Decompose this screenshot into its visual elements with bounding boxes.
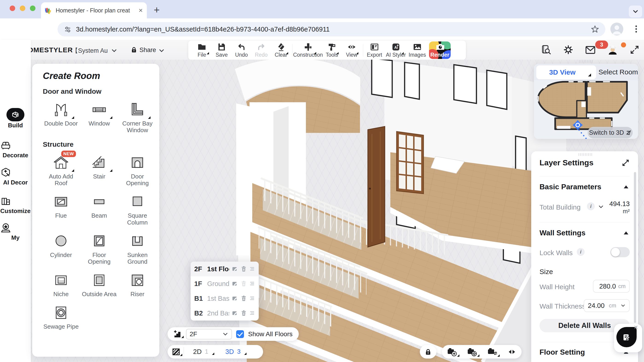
pattern-button[interactable]: [172, 348, 180, 356]
catalog-item-stair[interactable]: Stair: [81, 153, 118, 187]
edit-icon[interactable]: [232, 266, 238, 272]
sidebar-item-my[interactable]: My: [0, 222, 31, 241]
chevron-down-icon[interactable]: [598, 204, 604, 210]
project-name-dropdown[interactable]: 【System Aut...: [72, 47, 108, 55]
flip-view-icon[interactable]: [507, 347, 516, 356]
drag-handle-icon[interactable]: [250, 281, 255, 286]
edit-icon[interactable]: [232, 310, 238, 316]
save-button[interactable]: Save: [212, 43, 232, 58]
feedback-chat-button[interactable]: [616, 327, 637, 347]
ai-styler-button[interactable]: Ai AI Styler: [384, 43, 408, 58]
basic-parameters-header[interactable]: Basic Parameters: [540, 183, 602, 191]
close-feedback-icon[interactable]: ×: [634, 323, 638, 331]
delete-icon[interactable]: [241, 310, 247, 316]
catalog-item-auto-add-roof[interactable]: NEW Auto Add Roof: [43, 153, 79, 187]
camera-settings-button[interactable]: [467, 347, 477, 357]
catalog-item-door-opening[interactable]: Door Opening: [119, 153, 156, 187]
catalog-item-sewage-pipe[interactable]: Sewage Pipe: [43, 303, 79, 330]
delete-icon[interactable]: [241, 266, 247, 272]
edit-icon[interactable]: [232, 295, 238, 301]
collapse-icon[interactable]: [624, 231, 628, 234]
add-camera-button[interactable]: [447, 347, 457, 357]
show-all-floors-checkbox[interactable]: [236, 330, 244, 338]
lock-walls-toggle[interactable]: [610, 247, 630, 257]
sidebar-item-ai-decor[interactable]: AI Decor: [0, 167, 31, 186]
share-button[interactable]: Share: [140, 47, 156, 54]
switch-to-3d-button[interactable]: Switch to 3D: [588, 127, 633, 138]
collapse-icon[interactable]: [624, 185, 628, 188]
wall-height-input[interactable]: 280.0 cm: [593, 280, 630, 293]
expand-panel-icon[interactable]: [622, 159, 629, 167]
chevron-down-icon[interactable]: [158, 48, 165, 54]
render-button[interactable]: Render: [429, 42, 451, 59]
export-button[interactable]: Export: [364, 43, 384, 58]
floor-select[interactable]: 2F: [186, 329, 232, 339]
catalog-item-riser[interactable]: Riser: [119, 271, 156, 297]
construction-button[interactable]: Construction: [294, 43, 322, 58]
view-button[interactable]: View: [342, 43, 362, 58]
catalog-item-double-door[interactable]: Double Door: [43, 100, 79, 134]
panel-drag-handle[interactable]: [579, 153, 592, 156]
delete-icon[interactable]: [241, 295, 247, 301]
camera-lock-button[interactable]: [420, 345, 436, 358]
mac-zoom-button[interactable]: [30, 6, 36, 11]
tab-search-button[interactable]: [629, 6, 642, 18]
catalog-item-beam[interactable]: Beam: [81, 192, 118, 226]
undo-button[interactable]: Undo: [232, 43, 251, 58]
tab-3d-view[interactable]: 3D View: [536, 65, 596, 79]
floor-row-1f[interactable]: 1F Ground ...: [190, 276, 259, 291]
fullscreen-icon[interactable]: [629, 45, 640, 55]
drag-handle-icon[interactable]: [250, 310, 255, 316]
bookmark-star-icon[interactable]: [590, 25, 599, 34]
site-settings-icon[interactable]: [64, 25, 72, 33]
mode-3d-button[interactable]: 3D: [225, 348, 234, 355]
browser-profile-avatar[interactable]: [610, 23, 623, 36]
mac-close-button[interactable]: [10, 6, 15, 11]
file-button[interactable]: File: [192, 43, 212, 58]
wall-settings-header[interactable]: Wall Settings: [540, 229, 586, 237]
tab-close-icon[interactable]: ×: [138, 7, 143, 14]
mode-2d-button[interactable]: 2D: [193, 348, 202, 355]
catalog-item-outside-area[interactable]: Outside Area: [81, 271, 118, 297]
tools-button[interactable]: Tools: [322, 43, 342, 58]
edit-icon[interactable]: [232, 281, 238, 287]
chevron-down-icon[interactable]: [111, 48, 118, 54]
tutorial-search-icon[interactable]: [541, 45, 552, 55]
sidebar-item-decorate[interactable]: Decorate: [0, 140, 31, 159]
mode-3d-dropdown-icon[interactable]: [244, 352, 246, 355]
mail-icon[interactable]: [585, 45, 596, 55]
add-floor-button[interactable]: [173, 330, 182, 338]
user-avatar-icon[interactable]: [607, 44, 618, 55]
wall-thickness-input[interactable]: 24.00 cm: [584, 299, 630, 312]
panel-drag-handle[interactable]: [579, 60, 592, 63]
browser-tab[interactable]: Homestyler - Floor plan creat ×: [41, 2, 147, 19]
floor-row-2f[interactable]: 2F 1st Floor: [190, 262, 259, 276]
new-tab-button[interactable]: +: [154, 4, 160, 16]
catalog-item-flue[interactable]: Flue: [43, 192, 79, 226]
info-icon[interactable]: i: [587, 202, 595, 210]
drag-handle-icon[interactable]: [250, 296, 255, 301]
sidebar-item-customize[interactable]: Customize: [0, 195, 31, 215]
tab-select-room[interactable]: Select Room: [598, 64, 638, 80]
catalog-item-niche[interactable]: Niche: [43, 271, 79, 297]
drag-handle-icon[interactable]: [250, 266, 255, 272]
mac-minimize-button[interactable]: [20, 6, 25, 11]
info-icon[interactable]: i: [577, 248, 584, 256]
catalog-item-floor-opening[interactable]: Floor Opening: [81, 231, 118, 265]
catalog-item-cylinder[interactable]: Cylinder: [43, 231, 79, 265]
panel-scrollbar[interactable]: [634, 172, 636, 323]
catalog-item-window[interactable]: Window: [81, 100, 118, 134]
clear-button[interactable]: Clear: [271, 43, 291, 58]
catalog-item-corner-bay-window[interactable]: Corner Bay Window: [119, 100, 156, 134]
catalog-item-sunken-ground[interactable]: Sunken Ground: [119, 231, 156, 265]
sidebar-item-build[interactable]: Build: [0, 108, 31, 129]
omnibox[interactable]: 3d.homestyler.com/?lang=en_US&assetId=61…: [58, 22, 605, 36]
catalog-item-square-column[interactable]: Square Column: [119, 192, 156, 226]
floor-row-b1[interactable]: B1 1st Base...: [190, 291, 259, 306]
floor-setting-header[interactable]: Floor Setting: [540, 348, 585, 356]
floor-row-b2[interactable]: B2 2nd Bas...: [190, 306, 259, 320]
settings-gear-icon[interactable]: [563, 44, 574, 55]
images-button[interactable]: Images: [408, 43, 427, 58]
camera-switch-button[interactable]: [487, 347, 498, 357]
browser-menu-icon[interactable]: [632, 25, 641, 34]
